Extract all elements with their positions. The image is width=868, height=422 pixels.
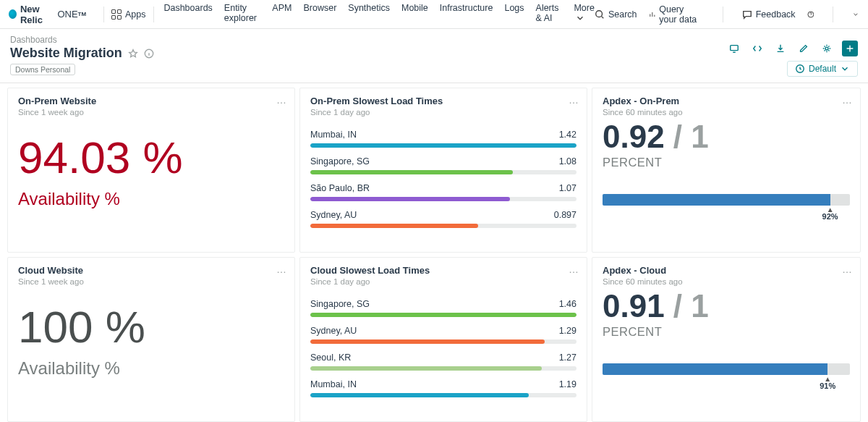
nav-more[interactable]: More <box>574 3 594 25</box>
bar-fill <box>310 339 545 344</box>
feedback-label: Feedback <box>756 9 796 20</box>
card-menu-button[interactable]: … <box>842 263 853 275</box>
star-icon[interactable] <box>128 48 138 59</box>
card-menu-button[interactable]: … <box>569 263 579 275</box>
bar-label: Sydney, AU <box>310 326 357 336</box>
topnav-right-tools: Search Query your data Feedback <box>595 4 859 25</box>
bar-value: 1.46 <box>559 299 576 309</box>
settings-button[interactable] <box>819 41 835 56</box>
bar-fill <box>310 224 478 228</box>
bar-row: Singapore, SG1.46 <box>310 299 576 317</box>
bar-track <box>310 366 576 371</box>
bar-value: 0.897 <box>554 210 576 220</box>
nav-apm[interactable]: APM <box>272 3 292 25</box>
onprem-slow-bars: Mumbai, IN1.42Singapore, SG1.08São Paulo… <box>310 130 576 228</box>
nav-synthetics[interactable]: Synthetics <box>348 3 390 25</box>
bar-track <box>310 313 576 317</box>
card-subtitle: Since 1 week ago <box>18 108 284 117</box>
code-button[interactable] <box>749 41 765 56</box>
download-button[interactable] <box>773 41 788 56</box>
edit-button[interactable] <box>796 41 812 56</box>
cloud-availability-value: 100 % <box>18 305 284 350</box>
tv-mode-button[interactable] <box>726 41 742 56</box>
nav-infrastructure[interactable]: Infrastructure <box>440 3 493 25</box>
bar-fill <box>310 197 510 201</box>
add-button[interactable] <box>842 41 858 56</box>
nav-dashboards[interactable]: Dashboards <box>163 3 212 25</box>
page-title: Website Migration <box>10 46 122 61</box>
help-icon[interactable] <box>807 9 814 20</box>
card-title: Cloud Website <box>18 265 284 276</box>
apps-icon <box>111 9 122 20</box>
pencil-icon <box>799 43 809 54</box>
feedback-button[interactable]: Feedback <box>742 9 796 20</box>
nav-mobile[interactable]: Mobile <box>401 3 428 25</box>
card-menu-button[interactable]: … <box>276 94 287 106</box>
query-label: Query your data <box>659 4 704 25</box>
card-subtitle: Since 1 day ago <box>310 277 576 286</box>
nav-links: Dashboards Entity explorer APM Browser S… <box>163 3 595 25</box>
bar-fill <box>310 393 529 397</box>
bar-track <box>310 393 576 397</box>
info-icon[interactable] <box>144 48 154 59</box>
code-icon <box>752 43 762 54</box>
bar-track <box>310 224 576 228</box>
card-title: On-Prem Slowest Load Times <box>310 96 576 106</box>
svg-point-0 <box>596 10 603 17</box>
bar-fill <box>310 143 576 148</box>
search-button[interactable]: Search <box>595 9 637 20</box>
query-data-button[interactable]: Query your data <box>649 4 704 25</box>
bar-value: 1.42 <box>559 130 576 140</box>
onprem-availability-label: Availability % <box>18 189 284 209</box>
card-title: On-Prem Website <box>18 96 284 106</box>
bar-track <box>310 143 576 148</box>
card-onprem-availability: … On-Prem Website Since 1 week ago 94.03… <box>7 88 295 253</box>
nav-logs[interactable]: Logs <box>504 3 524 25</box>
timepicker-label: Default <box>809 64 836 74</box>
nav-entity-explorer[interactable]: Entity explorer <box>224 3 261 25</box>
card-menu-button[interactable]: … <box>276 263 287 275</box>
bar-track <box>310 197 576 201</box>
bar-value: 1.08 <box>559 156 576 166</box>
apdex-label: PERCENT <box>603 325 850 339</box>
bar-value: 1.07 <box>559 183 576 193</box>
apdex-cloud-fill <box>603 363 827 375</box>
bar-fill <box>310 170 513 174</box>
nav-browser[interactable]: Browser <box>303 3 336 25</box>
card-menu-button[interactable]: … <box>569 94 579 106</box>
search-icon <box>595 9 605 20</box>
apdex-cloud-pct: 91% <box>820 381 835 390</box>
dashboard-grid: … On-Prem Website Since 1 week ago 94.03… <box>0 83 868 422</box>
chat-icon <box>742 9 752 20</box>
chevron-down-icon[interactable] <box>852 9 859 20</box>
brand-text-b: ONE <box>57 9 77 20</box>
bar-row: Sydney, AU0.897 <box>310 210 576 228</box>
brand-logo[interactable]: New Relic ONETM <box>9 4 86 25</box>
nav-alerts-ai[interactable]: Alerts & AI <box>536 3 563 25</box>
bar-label: Mumbai, IN <box>310 130 357 140</box>
onprem-availability-value: 94.03 % <box>18 135 284 180</box>
barchart-icon <box>649 9 656 20</box>
cloud-availability-label: Availability % <box>18 358 284 379</box>
card-menu-button[interactable]: … <box>842 94 853 106</box>
card-title: Cloud Slowest Load Times <box>310 265 576 276</box>
apps-button[interactable]: Apps <box>111 9 146 20</box>
divider <box>153 7 154 22</box>
apdex-onprem-fill <box>603 194 830 206</box>
chevron-down-icon <box>575 13 585 23</box>
newrelic-icon <box>9 9 17 19</box>
card-subtitle: Since 1 week ago <box>18 277 284 286</box>
bar-fill <box>310 366 542 371</box>
search-label: Search <box>608 9 637 20</box>
card-onprem-slowest: … On-Prem Slowest Load Times Since 1 day… <box>299 88 587 253</box>
bar-label: Mumbai, IN <box>310 379 357 389</box>
card-subtitle: Since 60 minutes ago <box>603 277 850 286</box>
bar-value: 1.29 <box>559 326 576 336</box>
bar-label: Sydney, AU <box>310 210 357 220</box>
bar-label: São Paulo, BR <box>310 183 370 193</box>
timepicker-default[interactable]: Default <box>787 61 858 77</box>
chevron-down-icon <box>840 64 850 74</box>
owner-tag[interactable]: Downs Personal <box>10 64 75 75</box>
cloud-slow-bars: Singapore, SG1.46Sydney, AU1.29Seoul, KR… <box>310 299 576 397</box>
bar-value: 1.27 <box>559 353 576 363</box>
